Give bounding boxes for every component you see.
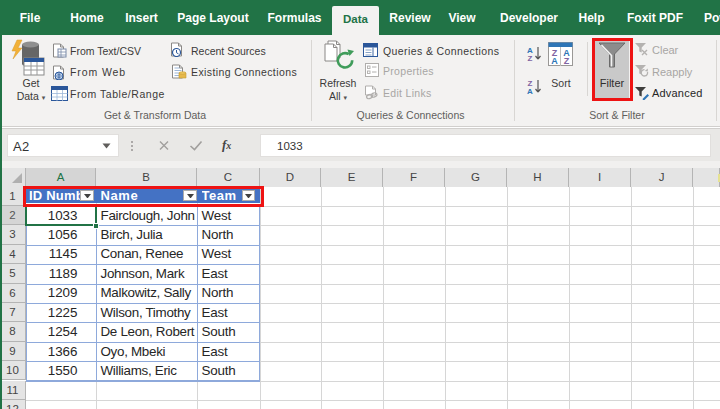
svg-text:A: A <box>551 56 558 66</box>
svg-text:A: A <box>527 87 533 95</box>
svg-text:Z: Z <box>528 54 533 62</box>
svg-text:Z: Z <box>564 56 570 66</box>
